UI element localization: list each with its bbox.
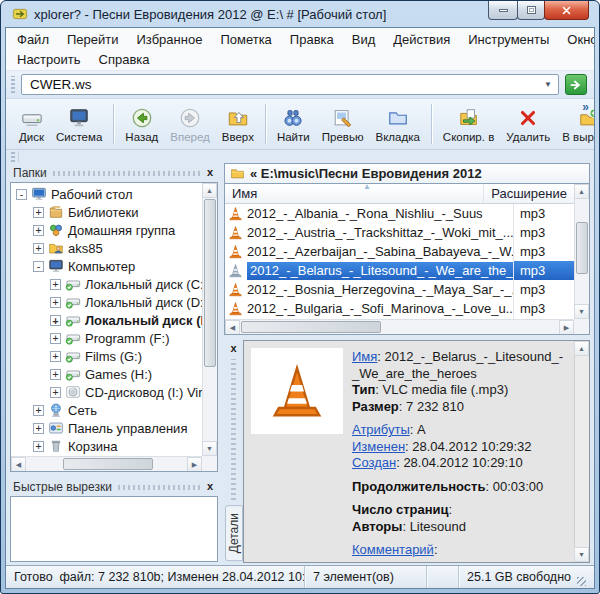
toolbar-button[interactable]: Вверх <box>216 103 260 144</box>
menu-item[interactable]: Вид <box>343 30 385 49</box>
scroll-left-icon[interactable]: ◀ <box>11 457 26 472</box>
menu-item[interactable]: Настроить <box>8 50 90 69</box>
details-close-icon[interactable]: x <box>230 343 236 354</box>
list-hscroll-thumb[interactable] <box>241 321 381 333</box>
folders-panel-header[interactable]: Папки x <box>10 163 218 182</box>
tree-item[interactable]: +Корзина <box>11 437 202 455</box>
toolbar-overflow-chevron[interactable]: » <box>582 100 589 114</box>
detail-label-link[interactable]: Создан <box>352 455 396 470</box>
expand-icon[interactable]: + <box>50 279 61 290</box>
menu-item[interactable]: Файл <box>8 30 58 49</box>
expand-icon[interactable]: + <box>50 387 61 398</box>
clips-panel-close-icon[interactable]: x <box>207 481 213 492</box>
file-row[interactable]: 2012_-_Belarus_-_Litesound_-_We_are_the_… <box>225 261 574 280</box>
tree-item[interactable]: +Домашняя группа <box>11 221 202 239</box>
collapse-icon[interactable]: - <box>16 189 27 200</box>
minimize-button[interactable] <box>488 1 518 20</box>
scroll-down-icon[interactable]: ▼ <box>574 547 589 562</box>
expand-icon[interactable]: + <box>33 405 44 416</box>
toolbar-button[interactable]: Система <box>50 103 108 144</box>
expand-icon[interactable]: + <box>50 351 61 362</box>
expand-icon[interactable]: + <box>50 369 61 380</box>
menu-item[interactable]: Действия <box>384 30 459 49</box>
detail-label-link[interactable]: Имя <box>352 349 377 364</box>
column-divider[interactable] <box>513 204 514 319</box>
tree-item[interactable]: +CD-дисковод (I:) Virtu <box>11 383 202 401</box>
column-header-name[interactable]: Имя ▲ <box>225 184 484 203</box>
tree-item[interactable]: +Сеть <box>11 401 202 419</box>
expand-icon[interactable]: + <box>33 423 44 434</box>
tree-item[interactable]: +Панель управления <box>11 419 202 437</box>
tree-hscroll-thumb[interactable] <box>63 458 153 470</box>
details-grip[interactable] <box>231 359 236 500</box>
clips-panel-grip[interactable] <box>118 485 201 490</box>
expand-icon[interactable]: + <box>50 333 61 344</box>
file-row[interactable]: 2012_-_Azerbaijan_-_Sabina_Babayeva_-_W.… <box>225 242 574 261</box>
tree-item[interactable]: +Локальный диск (C:) <box>11 275 202 293</box>
folders-panel-grip[interactable] <box>53 171 201 176</box>
menu-item[interactable]: Правка <box>281 30 343 49</box>
tree-item[interactable]: +Programm (F:) <box>11 329 202 347</box>
file-row[interactable]: 2012_-_Bosnia_Herzegovina_-_Maya_Sar_-_.… <box>225 280 574 299</box>
list-vertical-scrollbar[interactable]: ▲ ▼ <box>574 184 589 319</box>
path-bar[interactable]: « E:\music\Песни Евровидения 2012 <box>224 163 590 183</box>
tree-vertical-scrollbar[interactable]: ▲ ▼ <box>202 183 217 456</box>
details-tab[interactable]: Детали <box>225 505 243 561</box>
toolbar-button[interactable]: Назад <box>119 103 164 144</box>
file-row[interactable]: 2012_-_Bulgaria_-_Sofi_Marinova_-_Love_u… <box>225 299 574 318</box>
tree-item[interactable]: +Библиотеки <box>11 203 202 221</box>
clips-panel-header[interactable]: Быстрые вырезки x <box>10 477 218 496</box>
clips-list[interactable] <box>10 496 218 562</box>
tree-horizontal-scrollbar[interactable]: ◀ ▶ <box>11 456 202 471</box>
file-row[interactable]: 2012_-_Albania_-_Rona_Nishliu_-_Suusmp3 <box>225 204 574 223</box>
go-button[interactable] <box>565 74 587 95</box>
list-horizontal-scrollbar[interactable]: ◀ ▶ <box>225 319 574 334</box>
list-vscroll-thumb[interactable] <box>576 222 588 274</box>
menu-item[interactable]: Перейти <box>58 30 128 49</box>
address-bar-grip[interactable] <box>11 76 15 93</box>
menu-item[interactable]: Справка <box>90 50 159 69</box>
scroll-down-icon[interactable]: ▼ <box>574 304 589 319</box>
address-combo-input[interactable]: CWER.ws ▼ <box>21 74 559 95</box>
scroll-right-icon[interactable]: ▶ <box>559 320 574 335</box>
expand-icon[interactable]: + <box>50 315 61 326</box>
close-button[interactable] <box>544 1 589 20</box>
scroll-left-icon[interactable]: ◀ <box>225 320 240 335</box>
tree-item[interactable]: -Компьютер <box>11 257 202 275</box>
scroll-down-icon[interactable]: ▼ <box>202 441 217 456</box>
expand-icon[interactable]: + <box>33 207 44 218</box>
tree-vscroll-thumb[interactable] <box>204 199 216 367</box>
menu-item[interactable]: Пометка <box>211 30 280 49</box>
maximize-button[interactable] <box>517 1 545 20</box>
expand-icon[interactable]: + <box>33 441 44 452</box>
titlebar[interactable]: xplorer? - Песни Евровидения 2012 @ E:\ … <box>5 1 595 27</box>
toolbar-button[interactable]: Удалить <box>500 103 556 144</box>
toolbar-button[interactable]: Найти <box>271 103 316 144</box>
tree-item[interactable]: -Рабочий стол <box>11 185 202 203</box>
menu-item[interactable]: Избранное <box>127 30 211 49</box>
expand-icon[interactable]: + <box>33 225 44 236</box>
toolbar-button[interactable]: Вперед <box>164 103 216 144</box>
column-header-extension[interactable]: Расширение <box>484 184 574 203</box>
detail-label-link[interactable]: Комментарий <box>352 542 434 557</box>
toolbar-button[interactable]: Скопир. в <box>437 103 500 144</box>
detail-label-link[interactable]: Атрибуты <box>352 422 410 437</box>
expand-icon[interactable]: + <box>50 297 61 308</box>
folders-panel-close-icon[interactable]: x <box>207 167 213 178</box>
toolbar-button[interactable]: В вырезки <box>556 103 595 144</box>
toolbar-button[interactable]: Диск <box>13 103 50 144</box>
scroll-up-icon[interactable]: ▲ <box>574 341 589 356</box>
chevron-down-icon[interactable]: ▼ <box>544 80 552 89</box>
scroll-up-icon[interactable]: ▲ <box>202 183 217 198</box>
resize-grip-icon[interactable] <box>577 577 586 586</box>
scroll-up-icon[interactable]: ▲ <box>574 184 589 199</box>
menu-item[interactable]: Инструменты <box>459 30 558 49</box>
tree-item[interactable]: +Games (H:) <box>11 365 202 383</box>
tree-item[interactable]: +Локальный диск (E:) <box>11 311 202 329</box>
dock-band-grip[interactable] <box>11 152 15 162</box>
menu-item[interactable]: Окно <box>558 30 595 49</box>
scroll-right-icon[interactable]: ▶ <box>187 457 202 472</box>
file-row[interactable]: 2012_-_Austria_-_Trackshittaz_-_Woki_mit… <box>225 223 574 242</box>
tree-item[interactable]: +Films (G:) <box>11 347 202 365</box>
expand-icon[interactable]: + <box>33 243 44 254</box>
